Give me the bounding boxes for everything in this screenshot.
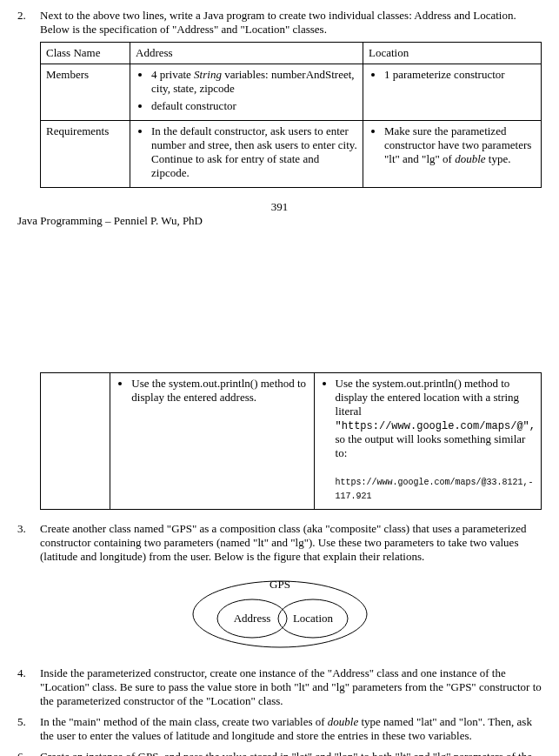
text-italic: String: [194, 68, 222, 81]
table-row: Members 4 private String variables: numb…: [41, 64, 542, 121]
list-item: 1 parameterize constructor: [384, 68, 536, 82]
url-literal: "https://www.google.com/maps/@",: [336, 420, 536, 432]
cell-classname-hdr: Class Name: [41, 43, 130, 64]
cell-location-members: 1 parameterize constructor: [363, 64, 542, 121]
text: Use the system.out.println() method to d…: [336, 377, 520, 418]
venn-right-label: Location: [292, 612, 333, 625]
text: type.: [486, 152, 511, 165]
q6-number: 6.: [17, 750, 40, 756]
q4-body: Inside the parameterized constructor, cr…: [40, 666, 542, 708]
q2-body: Next to the above two lines, write a Jav…: [40, 9, 542, 193]
text-italic: double: [328, 715, 358, 728]
q2-intro-line1: Next to the above two lines, write a Jav…: [40, 9, 542, 23]
text-italic: double: [455, 152, 485, 165]
spec-table-1: Class Name Address Location Members 4 pr…: [40, 42, 542, 188]
example-output: https://www.google.com/maps/@33.8121,-11…: [336, 478, 534, 501]
q5-number: 5.: [17, 715, 40, 743]
venn-outer-label: GPS: [270, 578, 290, 591]
question-3: 3. Create another class named "GPS" as a…: [17, 522, 542, 564]
text: In the "main" method of the main class, …: [40, 715, 328, 728]
cell-address-members: 4 private String variables: numberAndStr…: [130, 64, 363, 121]
venn-diagram: GPS Address Location: [184, 571, 376, 649]
question-2: 2. Next to the above two lines, write a …: [17, 9, 542, 193]
list-item: Use the system.out.println() method to d…: [336, 377, 536, 502]
q3-number: 3.: [17, 522, 40, 564]
cell-address-out: Use the system.out.println() method to d…: [110, 373, 314, 510]
svg-point-0: [193, 581, 367, 647]
cell-members-hdr: Members: [41, 64, 130, 121]
text: 4 private: [151, 68, 194, 81]
spec-table-2: Use the system.out.println() method to d…: [40, 372, 542, 510]
q6-body: Create an instance of GPS, and pass the …: [40, 750, 542, 756]
list-item: Use the system.out.println() method to d…: [131, 377, 308, 405]
cell-location-out: Use the system.out.println() method to d…: [314, 373, 541, 510]
table-row: Use the system.out.println() method to d…: [41, 373, 542, 510]
q5-body: In the "main" method of the main class, …: [40, 715, 542, 743]
question-6: 6. Create an instance of GPS, and pass t…: [17, 750, 542, 756]
list-item: 4 private String variables: numberAndStr…: [151, 68, 357, 96]
venn-left-label: Address: [233, 612, 270, 625]
q3-body: Create another class named "GPS" as a co…: [40, 522, 542, 564]
cell-address-req: In the default constructor, ask users to…: [130, 121, 363, 188]
page-number: 391: [17, 200, 542, 214]
table-row: Class Name Address Location: [41, 43, 542, 64]
question-4: 4. Inside the parameterized constructor,…: [17, 666, 542, 708]
q4-number: 4.: [17, 666, 40, 708]
question-5: 5. In the "main" method of the main clas…: [17, 715, 542, 743]
cell-address-hdr: Address: [130, 43, 363, 64]
text: so the output will looks something simil…: [336, 432, 526, 459]
list-item: In the default constructor, ask users to…: [151, 124, 357, 180]
list-item: default constructor: [151, 99, 357, 113]
cell-location-req: Make sure the parametized constructor ha…: [363, 121, 542, 188]
table-row: Requirements In the default constructor,…: [41, 121, 542, 188]
cell-requirements-hdr: Requirements: [41, 121, 130, 188]
cell-location-hdr: Location: [363, 43, 542, 64]
page-footer: Java Programming – Penniel P. Wu, PhD: [17, 214, 542, 228]
cell-empty: [41, 373, 110, 510]
q2-intro-line2: Below is the specification of "Address" …: [40, 23, 542, 37]
list-item: Make sure the parametized constructor ha…: [384, 124, 536, 166]
spec-table-2-wrap: Use the system.out.println() method to d…: [17, 367, 542, 515]
q2-number: 2.: [17, 9, 40, 193]
